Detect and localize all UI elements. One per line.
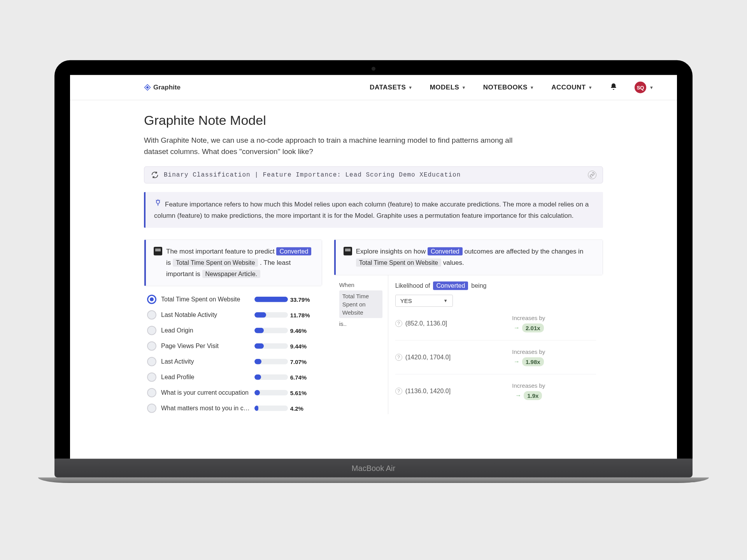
- bar-track: [254, 390, 288, 396]
- nav-account[interactable]: ACCOUNT▼: [551, 84, 593, 91]
- main-content: Graphite Note Model With Graphite Note, …: [70, 100, 677, 418]
- app-window: Graphite DATASETS▼ MODELS▼ NOTEBOOKS▼ AC…: [70, 75, 677, 459]
- logo-text: Graphite: [153, 84, 181, 91]
- bar-track: [254, 406, 288, 411]
- increases-label: Increases by: [461, 382, 596, 388]
- feature-percent: 4.2%: [290, 405, 303, 412]
- likelihood-value-dropdown[interactable]: YES ▼: [395, 294, 453, 306]
- lightbulb-icon: [154, 199, 162, 210]
- page-subtitle: With Graphite Note, we can use a no-code…: [144, 135, 514, 157]
- notifications-icon[interactable]: [610, 82, 617, 92]
- feature-row[interactable]: Page Views Per Visit9.44%: [144, 338, 322, 354]
- radio-button[interactable]: [147, 357, 156, 366]
- feature-tag: Total Time Spent on Website: [173, 258, 258, 266]
- help-icon[interactable]: ?: [395, 354, 402, 360]
- info-text: Feature importance refers to how much th…: [154, 201, 589, 219]
- feature-bar: 9.44%: [254, 343, 317, 350]
- dropdown-value: YES: [400, 297, 412, 304]
- chevron-down-icon: ▼: [530, 85, 534, 90]
- model-bar-text: Binary Classification | Feature Importan…: [164, 172, 461, 178]
- feature-bar: 11.78%: [254, 312, 317, 318]
- feature-name: Lead Origin: [161, 327, 250, 334]
- help-icon[interactable]: ?: [395, 320, 402, 327]
- range-text: (1420.0, 1704.0]: [405, 354, 451, 360]
- insight-likelihood-column: Likelihood of Converted being YES ▼ ?(85…: [388, 275, 603, 414]
- multiplier-pill: →1.98x: [514, 357, 544, 366]
- radio-button[interactable]: [147, 295, 156, 304]
- feature-row[interactable]: Last Activity7.07%: [144, 354, 322, 369]
- text: values.: [443, 259, 464, 266]
- bar-track: [254, 312, 288, 318]
- feature-row[interactable]: What matters most to you in c…4.2%: [144, 401, 322, 416]
- bar-fill: [254, 312, 266, 318]
- feature-percent: 11.78%: [290, 312, 310, 318]
- when-label: When: [339, 281, 382, 288]
- feature-bar: 9.46%: [254, 327, 317, 334]
- target-tag: Converted: [276, 247, 311, 256]
- insights-panel: Explore insights on how Converted outcom…: [334, 240, 603, 414]
- user-avatar[interactable]: SQ: [635, 82, 646, 93]
- logo[interactable]: Graphite: [144, 84, 181, 91]
- bar-fill: [254, 328, 264, 333]
- when-feature-chip: Total Time Spent on Website: [339, 290, 382, 318]
- range-rows: ?(852.0, 1136.0]Increases by→2.01x?(1420…: [395, 306, 596, 408]
- radio-button[interactable]: [147, 404, 156, 413]
- feature-tag: Total Time Spent on Website: [356, 258, 441, 266]
- radio-button[interactable]: [147, 310, 156, 320]
- range-label: ?(1136.0, 1420.0]: [395, 387, 461, 394]
- feature-name: Last Activity: [161, 358, 250, 365]
- feature-bar: 5.61%: [254, 390, 317, 396]
- feature-row[interactable]: What is your current occupation5.61%: [144, 385, 322, 401]
- radio-button[interactable]: [147, 326, 156, 335]
- feature-row[interactable]: Lead Origin9.46%: [144, 323, 322, 338]
- chevron-down-icon: ▼: [461, 85, 466, 90]
- feature-row[interactable]: Total Time Spent on Website33.79%: [144, 292, 322, 307]
- increases-label: Increases by: [461, 314, 596, 321]
- radio-button[interactable]: [147, 373, 156, 382]
- page-title: Graphite Note Model: [144, 113, 603, 128]
- insight-when-column: When Total Time Spent on Website is..: [334, 275, 388, 414]
- multiplier-value: 1.9x: [524, 391, 542, 400]
- feature-bar: 4.2%: [254, 405, 317, 412]
- refresh-icon[interactable]: [151, 171, 159, 179]
- nav-models[interactable]: MODELS▼: [430, 84, 466, 91]
- text: Likelihood of: [395, 282, 430, 289]
- chevron-down-icon[interactable]: ▼: [649, 85, 654, 90]
- range-value: Increases by→1.98x: [461, 348, 596, 366]
- two-column-layout: The most important feature to predict Co…: [144, 240, 603, 419]
- feature-name: What is your current occupation: [161, 389, 250, 396]
- bar-fill: [254, 297, 288, 302]
- feature-bar: 33.79%: [254, 296, 317, 303]
- avatar-initials: SQ: [637, 84, 644, 90]
- nav-label: DATASETS: [370, 84, 406, 91]
- bar-fill: [254, 406, 258, 411]
- range-text: (852.0, 1136.0]: [405, 320, 447, 327]
- chevron-down-icon: ▼: [588, 85, 593, 90]
- text: is: [166, 259, 173, 266]
- radio-button[interactable]: [147, 341, 156, 351]
- feature-bar: 6.74%: [254, 374, 317, 381]
- range-value: Increases by→2.01x: [461, 314, 596, 332]
- increases-label: Increases by: [461, 348, 596, 355]
- bar-track: [254, 374, 288, 380]
- nav-notebooks[interactable]: NOTEBOOKS▼: [483, 84, 534, 91]
- top-navbar: Graphite DATASETS▼ MODELS▼ NOTEBOOKS▼ AC…: [70, 75, 677, 100]
- feature-percent: 7.07%: [290, 359, 307, 365]
- text: outcomes are affected by the changes in: [464, 248, 583, 255]
- card-header: Explore insights on how Converted outcom…: [334, 240, 603, 275]
- link-icon[interactable]: [588, 171, 596, 179]
- radio-button[interactable]: [147, 388, 156, 397]
- nav-datasets[interactable]: DATASETS▼: [370, 84, 412, 91]
- range-text: (1136.0, 1420.0]: [405, 387, 451, 394]
- svg-marker-1: [146, 86, 149, 89]
- text: being: [471, 282, 486, 289]
- feature-row[interactable]: Lead Profile6.74%: [144, 369, 322, 385]
- feature-row[interactable]: Last Notable Activity11.78%: [144, 307, 322, 323]
- help-icon[interactable]: ?: [395, 387, 402, 394]
- laptop-screen: Graphite DATASETS▼ MODELS▼ NOTEBOOKS▼ AC…: [54, 60, 693, 459]
- range-row: ?(852.0, 1136.0]Increases by→2.01x: [395, 306, 596, 340]
- card-header: The most important feature to predict Co…: [144, 240, 322, 286]
- bar-track: [254, 359, 288, 364]
- feature-summary-card: The most important feature to predict Co…: [144, 240, 322, 287]
- feature-percent: 6.74%: [290, 374, 307, 381]
